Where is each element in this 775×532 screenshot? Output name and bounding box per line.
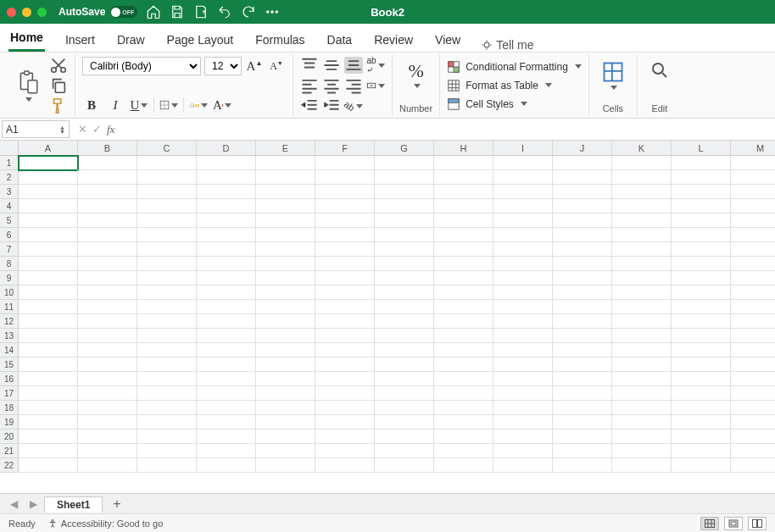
- view-normal-icon[interactable]: [700, 517, 719, 530]
- cell[interactable]: [197, 170, 256, 185]
- cell[interactable]: [19, 329, 78, 343]
- col-header[interactable]: M: [731, 141, 775, 156]
- tab-data[interactable]: Data: [326, 28, 354, 52]
- cell[interactable]: [434, 386, 493, 401]
- col-header[interactable]: I: [493, 141, 553, 156]
- cell[interactable]: [612, 329, 672, 343]
- cell[interactable]: [434, 242, 493, 257]
- cell[interactable]: [434, 300, 493, 314]
- cell[interactable]: [315, 156, 375, 170]
- cell[interactable]: [197, 357, 256, 372]
- cell[interactable]: [137, 199, 197, 213]
- cell[interactable]: [137, 429, 197, 444]
- tab-page-layout[interactable]: Page Layout: [165, 28, 236, 52]
- cell[interactable]: [78, 429, 137, 444]
- cell[interactable]: [78, 458, 137, 473]
- cell[interactable]: [197, 314, 256, 329]
- cell[interactable]: [672, 242, 731, 257]
- cell[interactable]: [553, 242, 612, 257]
- view-page-break-icon[interactable]: [748, 517, 767, 530]
- cell[interactable]: [553, 314, 612, 329]
- cell[interactable]: [315, 170, 375, 185]
- cell[interactable]: [19, 357, 78, 372]
- cell[interactable]: [197, 415, 256, 429]
- cell[interactable]: [256, 199, 315, 213]
- align-right-icon[interactable]: [344, 77, 363, 94]
- row-header[interactable]: 11: [0, 300, 19, 314]
- cell[interactable]: [612, 314, 672, 329]
- cell[interactable]: [731, 372, 775, 386]
- cell[interactable]: [434, 170, 493, 185]
- cell[interactable]: [672, 156, 731, 170]
- shrink-font-icon[interactable]: A▼: [267, 58, 286, 75]
- cell[interactable]: [672, 401, 731, 415]
- align-top-icon[interactable]: [300, 57, 319, 74]
- sheet-nav-next[interactable]: ▶: [25, 498, 42, 510]
- col-header[interactable]: D: [197, 141, 256, 156]
- cell[interactable]: [434, 228, 493, 242]
- cell[interactable]: [612, 372, 672, 386]
- cell[interactable]: [612, 386, 672, 401]
- cell[interactable]: [493, 300, 553, 314]
- cell[interactable]: [137, 401, 197, 415]
- cell[interactable]: [315, 386, 375, 401]
- redo-icon[interactable]: [241, 4, 256, 19]
- cell[interactable]: [731, 242, 775, 257]
- cell[interactable]: [315, 257, 375, 271]
- cell[interactable]: [197, 329, 256, 343]
- row-header[interactable]: 2: [0, 170, 19, 185]
- cell[interactable]: [78, 285, 137, 300]
- cell[interactable]: [19, 213, 78, 228]
- spreadsheet-grid[interactable]: ABCDEFGHIJKLM 12345678910111213141516171…: [0, 141, 775, 493]
- cell[interactable]: [612, 213, 672, 228]
- cell[interactable]: [493, 429, 553, 444]
- cell[interactable]: [553, 185, 612, 199]
- cell[interactable]: [315, 199, 375, 213]
- cell[interactable]: [78, 357, 137, 372]
- cell[interactable]: [315, 372, 375, 386]
- cell[interactable]: [493, 257, 553, 271]
- number-format-button[interactable]: %: [399, 57, 432, 91]
- cut-icon[interactable]: [49, 57, 68, 74]
- cell[interactable]: [315, 329, 375, 343]
- merge-button[interactable]: [366, 77, 385, 94]
- cell[interactable]: [553, 429, 612, 444]
- cell[interactable]: [315, 185, 375, 199]
- cell[interactable]: [78, 343, 137, 357]
- cell[interactable]: [197, 372, 256, 386]
- cell[interactable]: [731, 458, 775, 473]
- cell[interactable]: [553, 343, 612, 357]
- tab-view[interactable]: View: [433, 28, 462, 52]
- cell[interactable]: [375, 329, 434, 343]
- cell[interactable]: [731, 156, 775, 170]
- cell[interactable]: [315, 343, 375, 357]
- cell[interactable]: [78, 242, 137, 257]
- cell[interactable]: [137, 228, 197, 242]
- cell[interactable]: [672, 257, 731, 271]
- cell[interactable]: [731, 300, 775, 314]
- row-header[interactable]: 16: [0, 372, 19, 386]
- cell[interactable]: [493, 386, 553, 401]
- font-name-select[interactable]: Calibri (Body): [82, 57, 201, 75]
- cell[interactable]: [672, 170, 731, 185]
- row-header[interactable]: 9: [0, 271, 19, 285]
- cell[interactable]: [78, 213, 137, 228]
- cell[interactable]: [137, 170, 197, 185]
- cell[interactable]: [137, 444, 197, 458]
- cell[interactable]: [197, 213, 256, 228]
- cell[interactable]: [78, 185, 137, 199]
- cell[interactable]: [612, 401, 672, 415]
- cell[interactable]: [78, 300, 137, 314]
- cell[interactable]: [197, 242, 256, 257]
- cell[interactable]: [19, 242, 78, 257]
- fill-color-button[interactable]: [189, 97, 208, 114]
- cell[interactable]: [19, 271, 78, 285]
- copy-icon[interactable]: [49, 77, 68, 94]
- cell[interactable]: [256, 228, 315, 242]
- cell[interactable]: [731, 329, 775, 343]
- cell[interactable]: [375, 170, 434, 185]
- cell[interactable]: [137, 185, 197, 199]
- cell[interactable]: [434, 213, 493, 228]
- cell[interactable]: [256, 257, 315, 271]
- row-header[interactable]: 3: [0, 185, 19, 199]
